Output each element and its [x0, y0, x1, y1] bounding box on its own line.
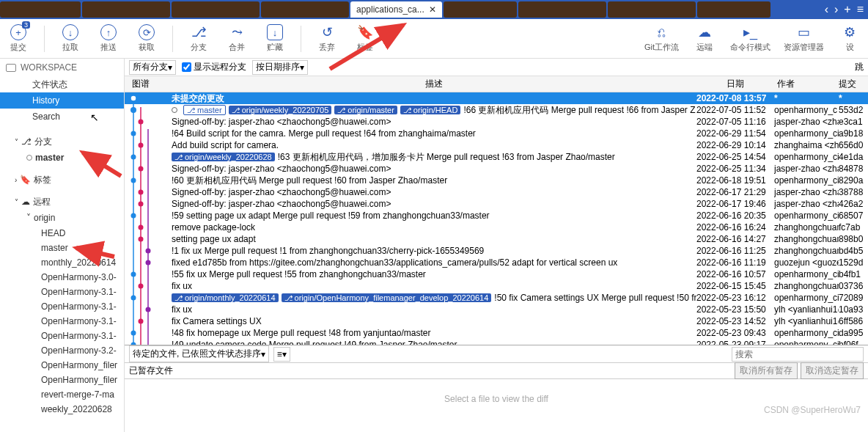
commit-row[interactable]: setting page ux adapt2022-06-16 14:27zha…	[125, 233, 868, 245]
ref-badge[interactable]: ⎇master	[183, 105, 226, 115]
sidebar-remote-origin[interactable]: ˅origin	[0, 210, 124, 226]
sidebar-remote-item[interactable]: HEAD	[0, 226, 124, 241]
pull-button[interactable]: ↓拉取	[58, 24, 83, 53]
sidebar-remote-item[interactable]: revert-merge-7-ma	[0, 387, 124, 402]
commit-row[interactable]: !1 fix ux Merge pull request !1 from zha…	[125, 245, 868, 257]
ref-badge[interactable]: ⎇origin/monthly_20220614	[172, 293, 279, 302]
commit-row[interactable]: remove package-lock2022-06-16 16:24zhang…	[125, 222, 868, 233]
ref-badge[interactable]: ⎇origin/weekly_20220628	[172, 153, 275, 161]
up-arrow-icon: ↑	[100, 24, 117, 40]
sidebar-history[interactable]: History	[0, 92, 124, 109]
header-date[interactable]: 日期	[696, 78, 774, 90]
ref-badge[interactable]: ⎇origin/OpenHarmony_filemanager_develop_…	[282, 293, 492, 302]
tab-redacted[interactable]	[697, 1, 770, 18]
sidebar-remote-item[interactable]: weekly_20220628	[0, 402, 124, 417]
view-mode-dropdown[interactable]: ≡ ▾	[273, 347, 290, 362]
sidebar-search[interactable]: Search	[0, 109, 124, 125]
tab-redacted[interactable]	[608, 1, 696, 18]
pending-files-dropdown[interactable]: 待定的文件, 已依照文件状态排序 ▾	[129, 345, 269, 362]
settings-button[interactable]: ⚙设	[837, 24, 862, 53]
tab-menu-icon[interactable]: ≡	[857, 3, 864, 16]
header-commit[interactable]: 提交	[839, 78, 868, 90]
sidebar-branch-master[interactable]: master	[0, 150, 124, 166]
terminal-button[interactable]: ▸_命令行模式	[730, 24, 770, 53]
commit-row[interactable]: fix ux2022-05-23 15:50ylh <yanlianhui1@1…	[125, 304, 868, 315]
commit-list[interactable]: 未提交的更改2022-07-08 13:57**⎇master⎇origin/w…	[125, 92, 868, 345]
commit-row[interactable]: Signed-off-by: jasper-zhao <zhaochong5@h…	[125, 163, 868, 175]
tab-prev-icon[interactable]: ‹	[825, 3, 828, 16]
show-remote-checkbox[interactable]: 显示远程分支	[182, 61, 246, 73]
commit-row[interactable]: Signed-off-by: jasper-zhao <zhaochong5@h…	[125, 116, 868, 128]
commit-row[interactable]: fix Camera settings UX2022-05-23 14:52yl…	[125, 315, 868, 327]
tab-next-icon[interactable]: ›	[834, 3, 838, 16]
sidebar-remote-item[interactable]: OpenHarmony-3.1-	[0, 314, 124, 329]
unstage-all-button[interactable]: 取消所有暂存	[735, 362, 798, 379]
tab-bar: applications_ca... ✕ ‹ › + ≡	[0, 0, 868, 19]
commit-row[interactable]: fixed e1d785b from https://gitee.com/zha…	[125, 257, 868, 268]
commit-row[interactable]: ⎇master⎇origin/weekly_20220705⎇origin/ma…	[125, 104, 868, 116]
tab-active[interactable]: applications_ca... ✕	[350, 1, 442, 18]
branch-filter[interactable]: 所有分支 ▾	[129, 60, 176, 75]
push-button[interactable]: ↑推送	[96, 24, 121, 53]
sidebar-remote-item[interactable]: OpenHarmony-3.1-	[0, 299, 124, 314]
fetch-button[interactable]: ⟳获取	[134, 24, 159, 53]
close-icon[interactable]: ✕	[429, 4, 436, 15]
commit-row[interactable]: !48 fix homepage ux Merge pull request !…	[125, 327, 868, 339]
commit-row[interactable]: ⎇origin/monthly_20220614⎇origin/OpenHarm…	[125, 292, 868, 304]
tab-redacted[interactable]	[261, 1, 349, 18]
commit-row[interactable]: ⎇origin/weekly_20220628!63 更新相机应用代码，增加服务…	[125, 151, 868, 163]
explorer-button[interactable]: ▭资源管理器	[784, 24, 824, 53]
commit-row[interactable]: !64 Build script for the camra. Merge pu…	[125, 128, 868, 139]
discard-icon: ↺	[319, 24, 335, 40]
commit-row[interactable]: fix ux2022-06-15 15:45zhanghongchuan0373…	[125, 280, 868, 292]
sidebar-remote-item[interactable]: master	[0, 241, 124, 255]
header-desc[interactable]: 描述	[172, 78, 696, 90]
watermark: CSDN @SuperHeroWu7	[764, 405, 861, 415]
commit-button[interactable]: +3 提交	[6, 24, 31, 53]
bottom-panel: 待定的文件, 已依照文件状态排序 ▾ ≡ ▾ 已暂存文件 取消所有暂存 取消选定…	[125, 345, 868, 418]
tab-redacted[interactable]	[518, 1, 606, 18]
tab-add-icon[interactable]: +	[844, 3, 850, 16]
ref-badge[interactable]: ⎇origin/master	[334, 106, 397, 114]
commit-row[interactable]: Add build script for camera.2022-06-29 1…	[125, 139, 868, 151]
sidebar-branches[interactable]: ˅⎇分支	[0, 133, 124, 150]
commit-row[interactable]: !55 fix ux Merge pull request !55 from z…	[125, 268, 868, 280]
discard-button[interactable]: ↺丢弃	[315, 24, 339, 53]
sidebar-remote-item[interactable]: OpenHarmony-3.1-	[0, 285, 124, 299]
sidebar-remote-item[interactable]: OpenHarmony-3.1-	[0, 329, 124, 343]
sidebar-tags[interactable]: ›🔖标签	[0, 172, 124, 188]
tag-button[interactable]: 🔖标签	[353, 24, 378, 53]
sort-filter[interactable]: 按日期排序 ▾	[252, 60, 308, 75]
commit-row[interactable]: Signed-off-by: jasper-zhao <zhaochong5@h…	[125, 186, 868, 198]
ref-badge[interactable]: ⎇origin/HEAD	[400, 106, 461, 114]
sidebar-remotes[interactable]: ˅☁远程	[0, 194, 124, 210]
header-author[interactable]: 作者	[774, 78, 839, 90]
tab-redacted[interactable]	[82, 1, 170, 18]
ref-badge[interactable]: ⎇origin/weekly_20220705	[229, 106, 332, 114]
workspace-icon	[6, 64, 16, 72]
merge-button[interactable]: ⤳合并	[224, 24, 249, 53]
search-input[interactable]	[732, 347, 864, 362]
commit-row[interactable]: Signed-off-by: jasper-zhao <zhaochong5@h…	[125, 198, 868, 210]
sidebar-remote-item[interactable]: OpenHarmony-3.0-	[0, 270, 124, 285]
header-graph[interactable]: 图谱	[128, 78, 172, 90]
sidebar-remote-item[interactable]: monthly_20220614	[0, 255, 124, 270]
sidebar-filestatus[interactable]: 文件状态	[0, 76, 124, 92]
commit-row[interactable]: !59 setting page ux adapt Merge pull req…	[125, 210, 868, 222]
commit-row[interactable]: !49 undate camera code Merge pull reques…	[125, 339, 868, 345]
sidebar-remote-item[interactable]: OpenHarmony_filer	[0, 373, 124, 387]
commit-row[interactable]: 未提交的更改2022-07-08 13:57**	[125, 92, 868, 104]
commit-row[interactable]: !60 更新相机应用代码 Merge pull request !60 from…	[125, 175, 868, 186]
tab-redacted[interactable]	[172, 1, 260, 18]
jump-button[interactable]: 跳	[855, 61, 864, 73]
gitflow-button[interactable]: ⎌Git工作流	[644, 24, 679, 53]
sidebar-remote-item[interactable]: OpenHarmony_filer	[0, 358, 124, 373]
tab-redacted[interactable]	[444, 1, 517, 18]
remote-button[interactable]: ☁远端	[692, 24, 717, 53]
branch-button[interactable]: ⎇分支	[186, 24, 211, 53]
chevron-down-icon: ▾	[168, 62, 172, 73]
sidebar-remote-item[interactable]: OpenHarmony-3.2-	[0, 343, 124, 358]
unstage-selected-button[interactable]: 取消选定暂存	[801, 362, 864, 379]
stash-button[interactable]: ↓贮藏	[262, 24, 287, 53]
tab-redacted[interactable]	[0, 1, 81, 18]
